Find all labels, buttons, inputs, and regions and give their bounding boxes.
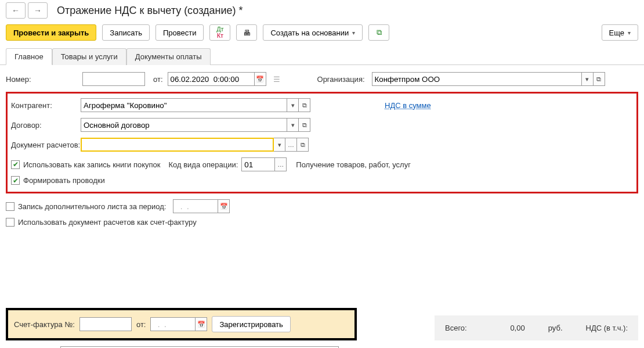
chk-purchase-book-label: Использовать как запись книги покупок bbox=[23, 160, 160, 169]
counterparty-label: Контрагент: bbox=[11, 101, 81, 110]
op-code-desc: Получение товаров, работ, услуг bbox=[296, 160, 411, 169]
settle-doc-ellipsis-icon[interactable]: … bbox=[285, 138, 297, 152]
op-code-ellipsis-icon[interactable]: … bbox=[275, 157, 287, 171]
contract-input[interactable] bbox=[81, 118, 287, 132]
extra-sheet-date[interactable] bbox=[173, 199, 218, 213]
counterparty-dropdown-icon[interactable]: ▾ bbox=[287, 98, 299, 112]
invoice-date-calendar-icon[interactable]: 📅 bbox=[196, 317, 207, 331]
invoice-date-input[interactable] bbox=[150, 317, 196, 331]
org-label: Организация: bbox=[317, 75, 365, 84]
settle-doc-label: Документ расчетов: bbox=[11, 141, 81, 149]
arrow-right-icon: → bbox=[34, 6, 42, 15]
settle-doc-open-icon[interactable]: ⧉ bbox=[297, 138, 309, 152]
invoice-num-input[interactable] bbox=[79, 317, 132, 331]
related-icon: ⧉ bbox=[377, 28, 382, 37]
op-code-label: Код вида операции: bbox=[168, 160, 238, 169]
invoice-from-label: от: bbox=[136, 320, 146, 329]
total-value: 0,00 bbox=[490, 324, 525, 332]
contract-label: Договор: bbox=[11, 121, 81, 130]
settle-doc-dropdown-icon[interactable]: ▾ bbox=[274, 138, 285, 152]
invoice-num-label: Счет-фактура №: bbox=[14, 320, 75, 329]
save-button[interactable]: Записать bbox=[102, 24, 150, 41]
date-label: от: bbox=[153, 75, 163, 84]
chk-purchase-book[interactable]: ✔ bbox=[11, 160, 20, 169]
org-open-icon[interactable]: ⧉ bbox=[594, 72, 605, 86]
page-title: Отражение НДС к вычету (создание) * bbox=[57, 5, 243, 17]
back-button[interactable]: ← bbox=[6, 2, 26, 19]
calendar-icon[interactable]: 📅 bbox=[255, 72, 266, 86]
chk-extra-sheet[interactable]: ✔ bbox=[6, 202, 15, 211]
invoice-block: Счет-фактура №: от: 📅 Зарегистрировать bbox=[6, 308, 357, 340]
currency: руб. bbox=[548, 324, 563, 332]
tab-paydocs[interactable]: Документы оплаты bbox=[126, 48, 211, 65]
highlighted-block: Контрагент: ▾ ⧉ НДС в сумме Договор: ▾ ⧉… bbox=[6, 92, 638, 193]
print-button[interactable]: 🖶 bbox=[236, 24, 257, 41]
totals-block: Всего: 0,00 руб. НДС (в т.ч.): bbox=[435, 315, 638, 340]
counterparty-input[interactable] bbox=[81, 98, 287, 112]
op-code-input[interactable] bbox=[241, 157, 275, 171]
tab-goods[interactable]: Товары и услуги bbox=[52, 48, 126, 65]
org-dropdown-icon[interactable]: ▾ bbox=[582, 72, 594, 86]
forward-button[interactable]: → bbox=[28, 2, 48, 19]
nds-mode-link[interactable]: НДС в сумме bbox=[385, 101, 431, 110]
date-input[interactable] bbox=[168, 72, 255, 86]
post-button[interactable]: Провести bbox=[155, 24, 204, 41]
chk-gen-entries-label: Формировать проводки bbox=[23, 176, 105, 185]
post-and-close-button[interactable]: Провести и закрыть bbox=[6, 24, 96, 41]
settle-doc-input[interactable] bbox=[81, 138, 274, 152]
contract-open-icon[interactable]: ⧉ bbox=[299, 118, 310, 132]
chk-extra-sheet-label: Запись дополнительного листа за период: bbox=[18, 202, 166, 211]
print-icon: 🖶 bbox=[243, 28, 251, 37]
register-invoice-button[interactable]: Зарегистрировать bbox=[212, 316, 290, 332]
contract-dropdown-icon[interactable]: ▾ bbox=[287, 118, 299, 132]
number-input[interactable] bbox=[82, 72, 145, 86]
list-icon: ☰ bbox=[273, 75, 280, 84]
tab-main[interactable]: Главное bbox=[6, 48, 52, 65]
chk-use-doc-as-invoice-label: Использовать документ расчетов как счет-… bbox=[18, 218, 197, 227]
extra-sheet-calendar-icon[interactable]: 📅 bbox=[218, 199, 230, 213]
chk-use-doc-as-invoice[interactable]: ✔ bbox=[6, 218, 15, 227]
counterparty-open-icon[interactable]: ⧉ bbox=[299, 98, 310, 112]
org-input[interactable] bbox=[372, 72, 582, 86]
related-button[interactable]: ⧉ bbox=[368, 24, 389, 41]
create-based-on-button[interactable]: Создать на основании bbox=[263, 24, 363, 41]
number-label: Номер: bbox=[6, 75, 82, 84]
total-label: Всего: bbox=[445, 324, 467, 332]
dtkt-icon: ДтКт bbox=[216, 26, 224, 39]
arrow-left-icon: ← bbox=[12, 6, 20, 15]
chk-gen-entries[interactable]: ✔ bbox=[11, 176, 20, 185]
more-button[interactable]: Еще bbox=[602, 24, 638, 41]
dtkt-button[interactable]: ДтКт bbox=[209, 24, 230, 41]
nds-label: НДС (в т.ч.): bbox=[586, 324, 628, 332]
